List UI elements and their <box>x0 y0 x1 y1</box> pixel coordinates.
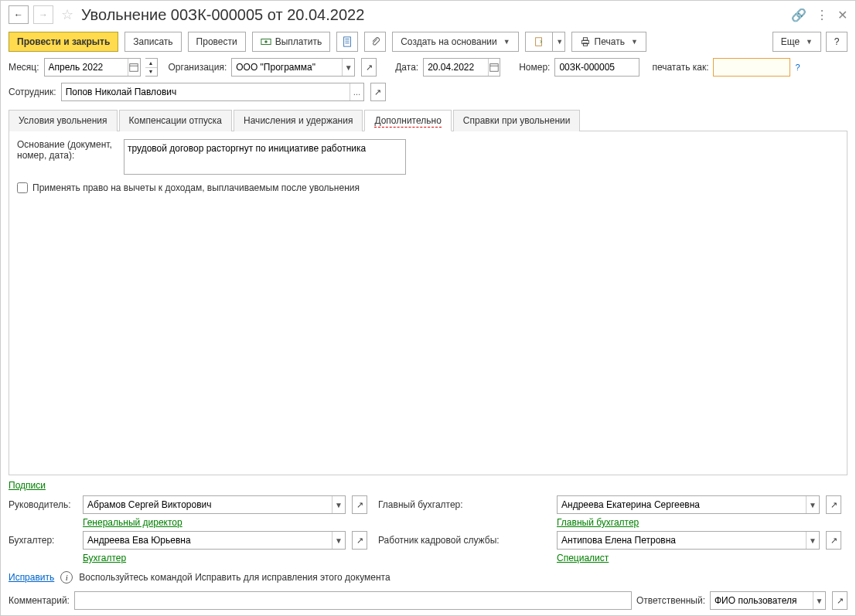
acc-open-button[interactable]: ↗ <box>352 531 367 550</box>
head-open-button[interactable]: ↗ <box>352 495 367 514</box>
print-dropdown[interactable]: Печать ▼ <box>571 32 646 52</box>
number-label: Номер: <box>519 62 550 73</box>
chevron-down-icon: ▼ <box>631 38 638 46</box>
employee-label: Сотрудник: <box>9 87 56 97</box>
responsible-open-button[interactable]: ↗ <box>832 591 847 610</box>
number-field[interactable] <box>554 58 639 77</box>
header-row-1: Месяц: ▲▼ Организация: ▼ ↗ Дата: Номер: … <box>1 55 855 80</box>
close-icon[interactable]: ✕ <box>837 8 847 22</box>
report-icon-button[interactable] <box>336 32 358 52</box>
deduction-rights-label: Применять право на вычеты к доходам, вып… <box>32 182 360 193</box>
acc-field[interactable]: ▼ <box>83 531 346 550</box>
month-label: Месяц: <box>9 62 39 73</box>
responsible-field[interactable]: ▼ <box>710 591 826 610</box>
tab-certificates[interactable]: Справки при увольнении <box>453 110 581 131</box>
org-open-button[interactable]: ↗ <box>361 58 377 77</box>
header-row-2: Сотрудник: … ↗ <box>1 80 855 104</box>
window-title: Увольнение 00ЗК-000005 от 20.04.2022 <box>81 6 786 24</box>
titlebar: ← → ☆ Увольнение 00ЗК-000005 от 20.04.20… <box>1 1 855 29</box>
fix-link[interactable]: Исправить <box>9 572 54 583</box>
chief-acc-open-button[interactable]: ↗ <box>826 495 841 514</box>
help-icon[interactable]: ? <box>795 63 800 72</box>
pay-button[interactable]: Выплатить <box>252 32 331 52</box>
month-field[interactable] <box>44 58 141 77</box>
post-button[interactable]: Провести <box>188 32 246 52</box>
write-button[interactable]: Записать <box>124 32 181 52</box>
head-field[interactable]: ▼ <box>83 495 346 514</box>
new-doc-split-button[interactable]: ▼ <box>525 32 565 52</box>
create-based-dropdown[interactable]: Создать на основании ▼ <box>392 32 518 52</box>
svg-rect-2 <box>344 37 351 46</box>
head-position-link[interactable]: Генеральный директор <box>83 517 346 528</box>
ellipsis-icon[interactable]: … <box>350 83 363 100</box>
signatures-link[interactable]: Подписи <box>9 480 46 491</box>
link-icon[interactable]: 🔗 <box>791 8 807 22</box>
tab-additional[interactable]: Дополнительно <box>364 110 451 131</box>
more-dropdown[interactable]: Еще ▼ <box>772 32 821 52</box>
deduction-rights-checkbox[interactable] <box>17 182 28 193</box>
responsible-label: Ответственный: <box>636 595 705 606</box>
svg-rect-8 <box>583 38 587 41</box>
acc-label: Бухгалтер: <box>9 535 78 546</box>
svg-rect-10 <box>130 64 138 72</box>
acc-position-link[interactable]: Бухгалтер <box>83 553 346 563</box>
toolbar: Провести и закрыть Записать Провести Вып… <box>1 29 855 55</box>
hr-position-link[interactable]: Специалист <box>557 553 820 563</box>
month-spinner[interactable]: ▲▼ <box>145 58 158 77</box>
date-label: Дата: <box>395 62 418 73</box>
svg-rect-12 <box>490 64 499 72</box>
signatures-section: Подписи Руководитель: ▼ ↗ Главный бухгал… <box>1 475 855 568</box>
forward-button[interactable]: → <box>33 5 53 24</box>
bottom-row: Комментарий: Ответственный: ▼ ↗ <box>1 587 855 614</box>
tab-accruals[interactable]: Начисления и удержания <box>234 110 363 131</box>
comment-field[interactable] <box>74 591 632 610</box>
kebab-menu-icon[interactable]: ⋮ <box>816 8 828 22</box>
post-and-close-button[interactable]: Провести и закрыть <box>9 32 118 52</box>
hr-label: Работник кадровой службы: <box>378 535 552 546</box>
org-field[interactable]: ▼ <box>231 58 355 77</box>
fix-hint: Воспользуйтесь командой Исправить для ис… <box>79 572 390 583</box>
print-as-field[interactable] <box>713 58 790 77</box>
calendar-icon[interactable] <box>128 59 140 76</box>
pay-label: Выплатить <box>275 36 322 47</box>
tab-vacation-comp[interactable]: Компенсации отпуска <box>119 110 232 131</box>
org-label: Организация: <box>169 62 227 73</box>
back-button[interactable]: ← <box>9 5 29 24</box>
hr-field[interactable]: ▼ <box>557 531 820 550</box>
attach-icon-button[interactable] <box>364 32 386 52</box>
chief-acc-position-link[interactable]: Главный бухгалтер <box>557 517 820 528</box>
date-field[interactable] <box>423 58 500 77</box>
comment-label: Комментарий: <box>9 595 70 606</box>
chevron-down-icon: ▼ <box>503 38 510 46</box>
favorite-icon[interactable]: ☆ <box>61 6 73 23</box>
tabs: Условия увольнения Компенсации отпуска Н… <box>9 109 847 131</box>
tab-content-additional: Основание (документ, номер, дата): трудо… <box>9 131 847 475</box>
print-as-label: печатать как: <box>652 62 708 73</box>
chevron-down-icon[interactable]: ▼ <box>342 59 354 76</box>
hr-open-button[interactable]: ↗ <box>826 531 841 550</box>
chief-acc-field[interactable]: ▼ <box>557 495 820 514</box>
basis-label: Основание (документ, номер, дата): <box>17 139 118 161</box>
info-icon: i <box>60 571 73 584</box>
chief-acc-label: Главный бухгалтер: <box>378 499 552 510</box>
tab-conditions[interactable]: Условия увольнения <box>9 110 118 131</box>
employee-open-button[interactable]: ↗ <box>370 83 386 101</box>
calendar-icon[interactable] <box>488 59 500 76</box>
head-label: Руководитель: <box>9 499 78 510</box>
employee-field[interactable]: … <box>61 83 364 101</box>
basis-textarea[interactable]: трудовой договор расторгнут по инициатив… <box>124 139 406 175</box>
help-button[interactable]: ? <box>826 32 847 52</box>
svg-rect-6 <box>535 38 541 46</box>
fix-row: Исправить i Воспользуйтесь командой Испр… <box>1 568 855 587</box>
svg-point-1 <box>264 40 268 43</box>
